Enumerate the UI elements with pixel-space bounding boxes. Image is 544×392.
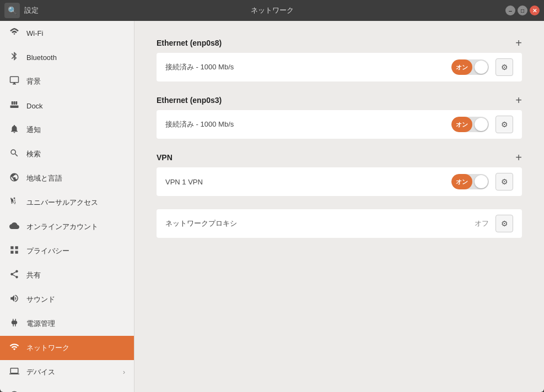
svg-rect-2 <box>14 101 15 105</box>
sidebar-item-region[interactable]: 地域と言語 <box>0 166 134 190</box>
content-area: Ethernet (enp0s8) + 接続済み - 1000 Mb/s オン … <box>134 21 544 392</box>
vpn-title: VPN <box>157 153 173 162</box>
sidebar-item-network-label: ネットワーク <box>26 343 125 353</box>
sidebar-item-bluetooth-label: Bluetooth <box>26 53 125 62</box>
proxy-card: ネットワークプロキシ オフ ⚙ <box>157 209 522 238</box>
ethernet1-toggle-on-label: オン <box>451 59 472 75</box>
sound-icon <box>9 293 20 306</box>
sidebar-item-background[interactable]: 背景 <box>0 69 134 94</box>
accessibility-icon <box>9 197 20 209</box>
sidebar-item-sound-label: サウンド <box>26 295 125 304</box>
sidebar-item-wifi[interactable]: Wi-Fi <box>0 21 134 45</box>
ethernet1-row: 接続済み - 1000 Mb/s オン ⚙ <box>157 53 522 81</box>
vpn-row: VPN 1 VPN オン ⚙ <box>157 167 522 196</box>
vpn-toggle-on-label: オン <box>451 174 472 189</box>
titlebar: 🔍 設定 ネットワーク – □ ✕ <box>0 0 544 21</box>
sidebar-item-background-label: 背景 <box>26 77 125 86</box>
search-sidebar-icon <box>9 148 20 160</box>
sidebar-item-online-accounts[interactable]: オンラインアカウント <box>0 215 134 239</box>
vpn-toggle-thumb <box>475 175 488 188</box>
sidebar-item-notifications[interactable]: 通知 <box>0 118 134 142</box>
vpn-add-button[interactable]: + <box>515 152 522 163</box>
close-button[interactable]: ✕ <box>530 6 540 15</box>
ethernet2-settings-button[interactable]: ⚙ <box>495 116 513 133</box>
sidebar-item-search-label: 検索 <box>26 149 125 159</box>
ethernet1-toggle[interactable]: オン <box>451 59 489 75</box>
ethernet1-card: 接続済み - 1000 Mb/s オン ⚙ <box>157 53 522 81</box>
sidebar-item-privacy-label: プライバシー <box>26 246 125 256</box>
sidebar-item-sharing[interactable]: 共有 <box>0 263 134 287</box>
sidebar-item-sound[interactable]: サウンド <box>0 287 134 312</box>
sidebar-item-dock[interactable]: Dock <box>0 94 134 118</box>
ethernet2-section: Ethernet (enp0s3) + 接続済み - 1000 Mb/s オン … <box>157 95 522 139</box>
ethernet1-toggle-thumb <box>475 61 488 74</box>
sidebar-item-accessibility[interactable]: ユニバーサルアクセス <box>0 190 134 215</box>
share-icon <box>9 269 20 281</box>
window-title: ネットワーク <box>251 6 294 15</box>
proxy-settings-button[interactable]: ⚙ <box>495 215 513 232</box>
sidebar-item-devices-label: デバイス <box>26 367 116 377</box>
main-window: 🔍 設定 ネットワーク – □ ✕ Wi-Fi Bluetooth <box>0 0 544 392</box>
ethernet1-settings-button[interactable]: ⚙ <box>495 58 513 76</box>
network-icon <box>9 342 20 354</box>
search-button[interactable]: 🔍 <box>4 3 20 18</box>
ethernet1-label: 接続済み - 1000 Mb/s <box>165 62 445 72</box>
dock-icon <box>9 100 20 112</box>
proxy-label: ネットワークプロキシ <box>165 219 468 228</box>
devices-icon <box>9 366 20 378</box>
ethernet1-add-button[interactable]: + <box>515 37 522 48</box>
grid-icon <box>9 245 20 257</box>
ethernet2-title: Ethernet (enp0s3) <box>157 96 222 105</box>
sidebar-item-wifi-label: Wi-Fi <box>26 29 125 37</box>
bell-icon <box>9 124 20 136</box>
vpn-toggle[interactable]: オン <box>451 174 489 189</box>
sidebar-item-search[interactable]: 検索 <box>0 142 134 166</box>
vpn-card: VPN 1 VPN オン ⚙ <box>157 167 522 196</box>
titlebar-left: 🔍 設定 <box>4 3 39 18</box>
bluetooth-icon <box>9 51 20 63</box>
main-layout: Wi-Fi Bluetooth 背景 Dock <box>0 21 544 392</box>
sidebar-item-notifications-label: 通知 <box>26 125 125 135</box>
sidebar-item-devices[interactable]: デバイス › <box>0 360 134 384</box>
sidebar-item-region-label: 地域と言語 <box>26 173 125 183</box>
vpn-label: VPN 1 VPN <box>165 178 445 186</box>
vpn-settings-button[interactable]: ⚙ <box>495 173 513 190</box>
svg-rect-3 <box>15 101 17 105</box>
vpn-section: VPN + VPN 1 VPN オン ⚙ <box>157 152 522 196</box>
sidebar-item-power[interactable]: 電源管理 <box>0 312 134 336</box>
window-controls: – □ ✕ <box>505 6 540 15</box>
maximize-button[interactable]: □ <box>518 6 527 15</box>
svg-point-4 <box>14 198 15 199</box>
monitor-icon <box>9 75 20 88</box>
ethernet1-title: Ethernet (enp0s8) <box>157 39 222 47</box>
cloud-icon <box>9 221 20 233</box>
devices-chevron-icon: › <box>123 368 125 376</box>
sidebar-item-privacy[interactable]: プライバシー <box>0 239 134 263</box>
ethernet2-row: 接続済み - 1000 Mb/s オン ⚙ <box>157 110 522 139</box>
ethernet2-add-button[interactable]: + <box>515 95 522 106</box>
ethernet2-toggle-thumb <box>475 118 488 131</box>
sidebar-item-network[interactable]: ネットワーク <box>0 336 134 360</box>
sidebar-item-sharing-label: 共有 <box>26 270 125 280</box>
sidebar-item-bluetooth[interactable]: Bluetooth <box>0 45 134 69</box>
ethernet2-label: 接続済み - 1000 Mb/s <box>165 119 445 129</box>
proxy-status: オフ <box>475 219 489 228</box>
sidebar-item-online-accounts-label: オンラインアカウント <box>26 222 125 232</box>
vpn-header: VPN + <box>157 152 522 163</box>
sidebar-item-dock-label: Dock <box>26 102 125 110</box>
ethernet1-section: Ethernet (enp0s8) + 接続済み - 1000 Mb/s オン … <box>157 37 522 81</box>
proxy-row: ネットワークプロキシ オフ ⚙ <box>157 209 522 238</box>
minimize-button[interactable]: – <box>505 6 515 15</box>
ethernet2-toggle[interactable]: オン <box>451 117 489 132</box>
sidebar-item-power-label: 電源管理 <box>26 319 125 329</box>
power-icon <box>9 318 20 330</box>
ethernet2-header: Ethernet (enp0s3) + <box>157 95 522 106</box>
ethernet2-toggle-on-label: オン <box>451 117 472 132</box>
globe-icon <box>9 172 20 184</box>
svg-rect-1 <box>12 101 13 105</box>
ethernet1-header: Ethernet (enp0s8) + <box>157 37 522 48</box>
app-title: 設定 <box>24 6 39 15</box>
svg-rect-0 <box>10 106 19 108</box>
sidebar-item-details[interactable]: 詳細 › <box>0 384 134 392</box>
sidebar: Wi-Fi Bluetooth 背景 Dock <box>0 21 134 392</box>
